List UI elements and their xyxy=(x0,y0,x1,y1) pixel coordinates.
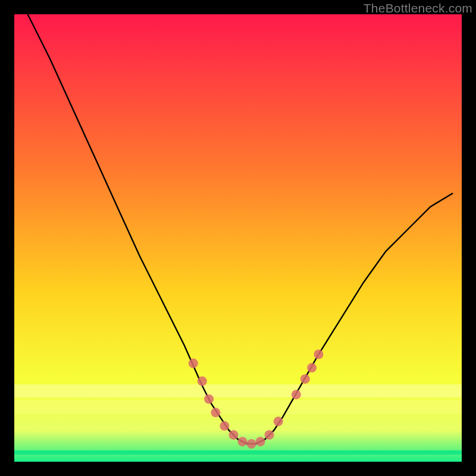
marker-dot xyxy=(307,363,317,372)
marker-dot xyxy=(198,377,207,386)
marker-dot xyxy=(300,374,310,384)
marker-dot xyxy=(220,421,229,431)
green-strip xyxy=(14,450,462,455)
marker-dot xyxy=(204,394,214,404)
marker-dot xyxy=(265,430,274,440)
marker-dot xyxy=(247,439,256,449)
marker-dot xyxy=(238,437,248,446)
chart-frame xyxy=(14,14,462,462)
watermark-text: TheBottleneck.com xyxy=(364,1,472,15)
marker-dot xyxy=(211,408,220,417)
marker-dot xyxy=(229,430,239,440)
marker-dot xyxy=(314,350,323,359)
marker-dot xyxy=(274,416,283,426)
bottleneck-chart xyxy=(14,14,462,462)
marker-dot xyxy=(256,437,265,446)
band-2 xyxy=(14,400,462,414)
band-1 xyxy=(14,384,462,397)
marker-dot xyxy=(292,390,301,399)
marker-dot xyxy=(189,359,198,368)
